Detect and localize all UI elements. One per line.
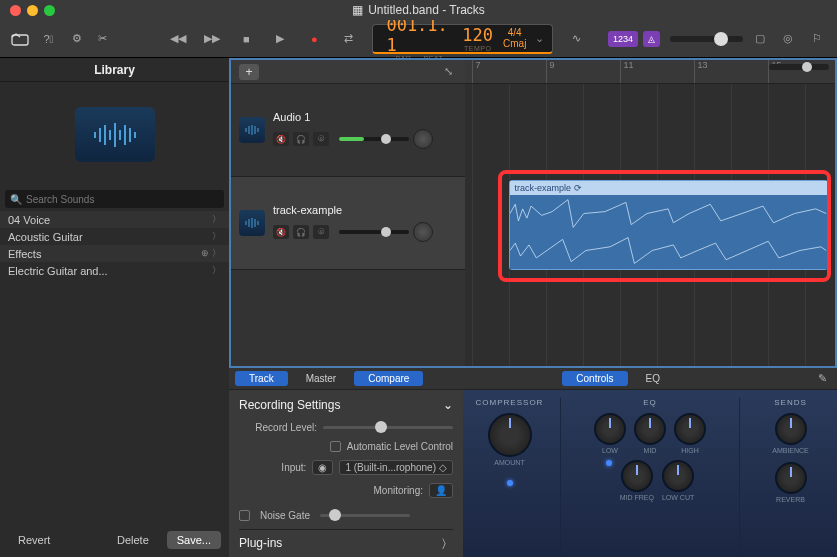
- stop-button[interactable]: ■: [233, 27, 259, 51]
- minimize-window[interactable]: [27, 5, 38, 16]
- compressor-led[interactable]: [507, 480, 513, 486]
- chevron-right-icon: 〉: [212, 230, 221, 243]
- track-name[interactable]: Audio 1: [273, 111, 457, 123]
- ambience-knob[interactable]: [775, 413, 807, 445]
- main-area: Library 🔍 Search Sounds 04 Voice〉 Acoust…: [0, 58, 837, 368]
- tab-compare[interactable]: Compare: [354, 371, 423, 386]
- lcd-display[interactable]: 001.1. 1BAR BEAT 120TEMPO 4/4Cmaj ⌄: [372, 24, 553, 54]
- download-chevron-icon: ⊕ 〉: [201, 247, 221, 260]
- mute-button[interactable]: 🔇: [273, 225, 289, 239]
- record-level-slider[interactable]: [323, 426, 453, 429]
- tuner-icon[interactable]: ∿: [564, 27, 588, 51]
- input-button-icon[interactable]: ◉: [312, 460, 333, 475]
- eq-lowcut-knob[interactable]: [662, 460, 694, 492]
- volume-slider[interactable]: [339, 230, 409, 234]
- library-toggle[interactable]: [8, 27, 32, 51]
- chevron-down-icon[interactable]: ⌄: [535, 32, 544, 45]
- volume-slider[interactable]: [339, 137, 409, 141]
- noise-gate-slider[interactable]: [320, 514, 410, 517]
- timeline[interactable]: track-example⟳: [465, 84, 835, 366]
- library-patch-icon[interactable]: [0, 82, 229, 187]
- noise-gate-checkbox[interactable]: [239, 510, 250, 521]
- input-monitor-button[interactable]: ⦾: [313, 225, 329, 239]
- track-header[interactable]: track-example 🔇 🎧 ⦾: [231, 177, 465, 270]
- metronome-button[interactable]: ◬: [643, 31, 660, 47]
- monitoring-label: Monitoring:: [374, 485, 423, 496]
- zoom-window[interactable]: [44, 5, 55, 16]
- settings-gear-icon[interactable]: ⚙: [65, 27, 89, 51]
- key-display: Cmaj: [503, 38, 526, 49]
- pan-knob[interactable]: [413, 222, 433, 242]
- eq-midfreq-knob[interactable]: [621, 460, 653, 492]
- compressor-knob[interactable]: [488, 413, 532, 457]
- smart-controls-tabs: Track Master Compare Controls EQ ✎: [229, 368, 837, 390]
- eq-label: EQ: [573, 398, 727, 407]
- library-item[interactable]: Acoustic Guitar〉: [0, 228, 229, 245]
- chevron-right-icon: 〉: [212, 213, 221, 226]
- audio-region[interactable]: track-example⟳: [509, 180, 827, 270]
- close-window[interactable]: [10, 5, 21, 16]
- cycle-button[interactable]: ⇄: [335, 27, 361, 51]
- catch-playhead-icon[interactable]: ⤡: [439, 60, 457, 84]
- position-display: 001.1. 1: [386, 15, 452, 55]
- chevron-down-icon[interactable]: ⌄: [443, 398, 453, 412]
- eq-low-knob[interactable]: [594, 413, 626, 445]
- reverb-knob[interactable]: [775, 462, 807, 494]
- mute-button[interactable]: 🔇: [273, 132, 289, 146]
- zoom-slider[interactable]: [769, 64, 829, 70]
- solo-button[interactable]: 🎧: [293, 132, 309, 146]
- tab-controls[interactable]: Controls: [562, 371, 627, 386]
- loop-icon: ⟳: [574, 183, 582, 193]
- toolbar: ?⃝ ⚙ ✂ ◀◀ ▶▶ ■ ▶ ● ⇄ 001.1. 1BAR BEAT 12…: [0, 20, 837, 58]
- input-select[interactable]: 1 (Built-in...rophone)◇: [339, 460, 453, 475]
- add-track-button[interactable]: +: [239, 64, 259, 80]
- tab-track[interactable]: Track: [235, 371, 288, 386]
- region-waveform: [510, 195, 826, 269]
- play-button[interactable]: ▶: [267, 27, 293, 51]
- delete-button[interactable]: Delete: [107, 531, 159, 549]
- input-label: Input:: [281, 462, 306, 473]
- loop-browser-icon[interactable]: ◎: [777, 27, 801, 51]
- master-volume-slider[interactable]: [670, 36, 743, 42]
- library-sidebar: Library 🔍 Search Sounds 04 Voice〉 Acoust…: [0, 58, 229, 368]
- library-item[interactable]: 04 Voice〉: [0, 211, 229, 228]
- input-monitor-button[interactable]: ⦾: [313, 132, 329, 146]
- tab-eq[interactable]: EQ: [632, 371, 674, 386]
- bottom-panel: Revert Delete Save... Track Master Compa…: [0, 368, 837, 557]
- transport-controls: ◀◀ ▶▶ ■ ▶ ● ⇄: [165, 27, 361, 51]
- forward-button[interactable]: ▶▶: [199, 27, 225, 51]
- rewind-button[interactable]: ◀◀: [165, 27, 191, 51]
- library-item[interactable]: Electric Guitar and...〉: [0, 262, 229, 279]
- tracks-area: + ⤡ 7 9 11 13 15 Audio 1 �: [229, 58, 837, 368]
- search-placeholder: Search Sounds: [26, 194, 94, 205]
- record-level-label: Record Level:: [255, 422, 317, 433]
- title-text: Untitled.band - Tracks: [368, 3, 485, 17]
- notepad-icon[interactable]: ▢: [748, 27, 772, 51]
- search-input[interactable]: 🔍 Search Sounds: [5, 190, 224, 208]
- eq-led[interactable]: [606, 460, 612, 466]
- plugins-header: Plug-ins: [239, 536, 282, 553]
- scissors-icon[interactable]: ✂: [94, 27, 110, 51]
- eq-mid-knob[interactable]: [634, 413, 666, 445]
- pan-knob[interactable]: [413, 129, 433, 149]
- revert-button[interactable]: Revert: [8, 531, 60, 549]
- media-browser-icon[interactable]: ⚐: [805, 27, 829, 51]
- track-headers: Audio 1 🔇 🎧 ⦾ track-example: [231, 84, 465, 366]
- library-item[interactable]: Effects⊕ 〉: [0, 245, 229, 262]
- edit-icon[interactable]: ✎: [813, 367, 831, 391]
- record-button[interactable]: ●: [301, 27, 327, 51]
- search-icon: 🔍: [10, 194, 22, 205]
- save-button[interactable]: Save...: [167, 531, 221, 549]
- tempo-display: 120: [462, 25, 493, 45]
- solo-button[interactable]: 🎧: [293, 225, 309, 239]
- tab-master[interactable]: Master: [292, 371, 351, 386]
- auto-level-checkbox[interactable]: [330, 441, 341, 452]
- track-header[interactable]: Audio 1 🔇 🎧 ⦾: [231, 84, 465, 177]
- eq-high-knob[interactable]: [674, 413, 706, 445]
- count-in-button[interactable]: 1234: [608, 31, 638, 47]
- quick-help[interactable]: ?⃝: [37, 27, 61, 51]
- track-name[interactable]: track-example: [273, 204, 457, 216]
- monitoring-button[interactable]: 👤: [429, 483, 453, 498]
- timeline-ruler[interactable]: 7 9 11 13 15: [465, 60, 835, 83]
- chevron-right-icon[interactable]: 〉: [441, 536, 453, 553]
